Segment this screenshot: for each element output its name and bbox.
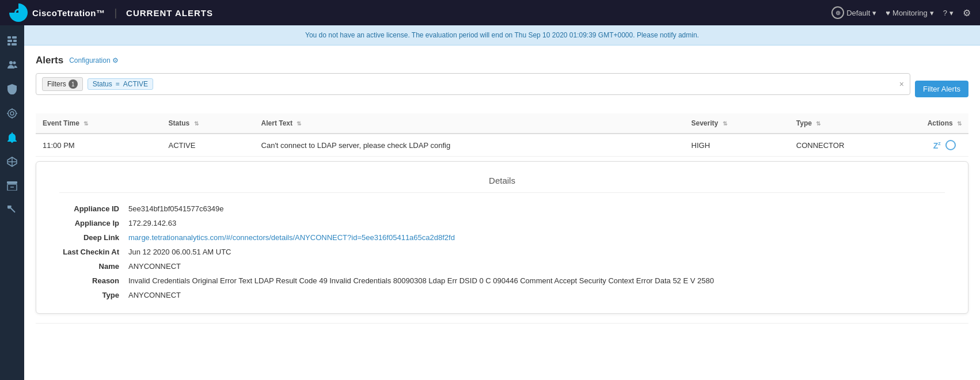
circle-action-icon[interactable] (945, 140, 956, 150)
main-layout: You do not have an active license. The e… (0, 25, 980, 380)
details-title: Details (59, 176, 945, 193)
help-icon: ? (943, 9, 947, 17)
details-row: Details Appliance ID5ee314bf1bf0541577c6… (36, 157, 968, 324)
svg-rect-3 (13, 40, 17, 42)
sort-type-icon: ⇅ (816, 120, 821, 127)
col-status[interactable]: Status ⇅ (161, 113, 254, 134)
col-type[interactable]: Type ⇅ (789, 113, 921, 134)
table-header-row: Event Time ⇅ Status ⇅ Alert Text ⇅ Sev (36, 113, 968, 134)
sort-event-time-icon: ⇅ (83, 120, 88, 127)
detail-value: 5ee314bf1bf0541577c6349e (128, 204, 945, 213)
svg-point-6 (9, 61, 13, 64)
monitoring-chevron: ▾ (930, 9, 934, 17)
svg-rect-17 (7, 181, 17, 184)
detail-row: ReasonInvalid Credentials Original Error… (59, 276, 945, 285)
filter-status-label: Status (93, 80, 112, 88)
svg-rect-0 (7, 36, 11, 39)
detail-value: ANYCONNECT (128, 291, 945, 299)
detail-label: Deep Link (59, 233, 128, 242)
license-banner: You do not have an active license. The e… (24, 25, 980, 45)
col-actions[interactable]: Actions ⇅ (921, 113, 968, 134)
cell-alert-text: Can't connect to LDAP server, please che… (255, 134, 685, 157)
help-dropdown[interactable]: ? ▾ (943, 9, 954, 17)
action-icons: Zz (928, 140, 962, 150)
filter-equals: = (116, 80, 120, 88)
logo-icon (9, 3, 28, 22)
page-content: Alerts Configuration ⚙ Filters 1 Status … (24, 45, 980, 380)
svg-point-8 (8, 109, 16, 117)
col-event-time[interactable]: Event Time ⇅ (36, 113, 161, 134)
detail-row: Appliance ID5ee314bf1bf0541577c6349e (59, 204, 945, 213)
nav-right: ⊕ Default ▾ ♥ Monitoring ▾ ? ▾ ⚙ (831, 6, 971, 19)
deep-link[interactable]: marge.tetrationanalytics.com/#/connector… (128, 233, 455, 242)
filter-clear-button[interactable]: × (899, 79, 904, 89)
nav-divider: | (114, 7, 117, 19)
content-area: You do not have an active license. The e… (24, 25, 980, 380)
filter-status-value: ACTIVE (123, 80, 148, 88)
detail-row: Appliance Ip172.29.142.63 (59, 219, 945, 227)
detail-label: Appliance Ip (59, 219, 128, 227)
sidebar-item-security[interactable] (1, 78, 23, 100)
sidebar-item-alerts[interactable] (1, 127, 23, 149)
settings-icon[interactable]: ⚙ (963, 7, 971, 18)
table-row[interactable]: 11:00 PM ACTIVE Can't connect to LDAP se… (36, 134, 968, 157)
detail-value: Jun 12 2020 06.00.51 AM UTC (128, 248, 945, 256)
cell-event-time: 11:00 PM (36, 134, 161, 157)
detail-label: Last Checkin At (59, 248, 128, 256)
globe-icon: ⊕ (831, 6, 844, 19)
sort-actions-icon: ⇅ (957, 120, 962, 127)
alerts-table: Event Time ⇅ Status ⇅ Alert Text ⇅ Sev (36, 113, 968, 324)
details-grid: Appliance ID5ee314bf1bf0541577c6349eAppl… (59, 204, 945, 299)
svg-rect-5 (12, 43, 17, 45)
page-title: CURRENT ALERTS (126, 8, 213, 18)
detail-row: TypeANYCONNECT (59, 291, 945, 299)
sidebar-item-archive[interactable] (1, 175, 23, 197)
filter-alerts-button[interactable]: Filter Alerts (915, 81, 968, 97)
svg-rect-1 (12, 36, 17, 39)
configuration-link[interactable]: Configuration ⚙ (69, 56, 118, 64)
sidebar-item-scope[interactable] (1, 102, 23, 124)
cell-severity: HIGH (685, 134, 789, 157)
top-nav: CiscoTetration™ | CURRENT ALERTS ⊕ Defau… (0, 0, 980, 25)
nav-left: CiscoTetration™ | CURRENT ALERTS (9, 3, 213, 22)
config-label: Configuration (69, 56, 110, 64)
detail-row: Deep Linkmarge.tetrationanalytics.com/#/… (59, 233, 945, 242)
detail-label: Appliance ID (59, 204, 128, 213)
details-cell: Details Appliance ID5ee314bf1bf0541577c6… (36, 157, 968, 324)
col-severity[interactable]: Severity ⇅ (685, 113, 789, 134)
active-filter-tag: Status = ACTIVE (88, 78, 153, 90)
details-panel: Details Appliance ID5ee314bf1bf0541577c6… (36, 161, 968, 314)
filter-count: 1 (69, 79, 78, 89)
help-chevron: ▾ (949, 9, 954, 17)
default-dropdown[interactable]: ⊕ Default ▾ (831, 6, 876, 19)
cell-type: CONNECTOR (789, 134, 921, 157)
detail-label: Reason (59, 276, 128, 285)
svg-point-7 (13, 62, 16, 64)
sort-alert-text-icon: ⇅ (297, 120, 301, 127)
sort-status-icon: ⇅ (194, 120, 199, 127)
detail-row: NameANYCONNECT (59, 262, 945, 271)
cell-status: ACTIVE (161, 134, 254, 157)
monitoring-dropdown[interactable]: ♥ Monitoring ▾ (886, 9, 933, 17)
alerts-title: Alerts (36, 55, 63, 66)
sidebar-item-policy[interactable] (1, 151, 23, 173)
sidebar-item-dashboard[interactable] (1, 30, 23, 52)
detail-value: ANYCONNECT (128, 262, 945, 271)
detail-value[interactable]: marge.tetrationanalytics.com/#/connector… (128, 233, 945, 242)
col-alert-text[interactable]: Alert Text ⇅ (255, 113, 685, 134)
heart-icon: ♥ (886, 9, 890, 17)
sort-severity-icon: ⇅ (723, 120, 727, 127)
snooze-icon[interactable]: Zz (933, 140, 941, 150)
detail-label: Type (59, 291, 128, 299)
table-header: Event Time ⇅ Status ⇅ Alert Text ⇅ Sev (36, 113, 968, 134)
filters-label: Filters (47, 80, 66, 88)
filters-button[interactable]: Filters 1 (42, 77, 83, 91)
cell-actions: Zz (921, 134, 968, 157)
detail-label: Name (59, 262, 128, 271)
table-body: 11:00 PM ACTIVE Can't connect to LDAP se… (36, 134, 968, 324)
sidebar-item-tools[interactable] (1, 199, 23, 221)
config-gear-icon: ⚙ (112, 56, 119, 64)
svg-point-9 (10, 112, 14, 115)
sidebar-item-users[interactable] (1, 54, 23, 76)
license-text: You do not have an active license. The e… (305, 31, 699, 39)
